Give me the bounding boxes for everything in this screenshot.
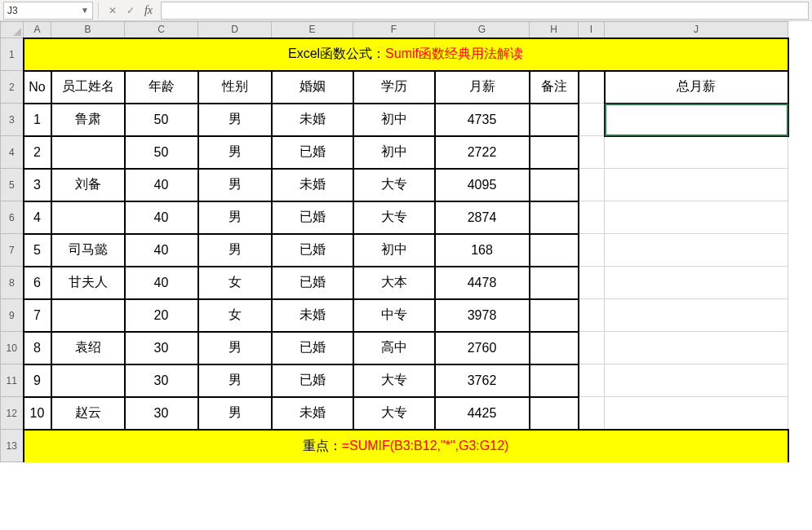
- cell-note-8[interactable]: [530, 267, 579, 299]
- col-header-J[interactable]: J: [605, 22, 788, 38]
- col-header-I[interactable]: I: [579, 22, 605, 38]
- row-header-13[interactable]: 13: [1, 430, 24, 462]
- formula-input[interactable]: [161, 2, 809, 20]
- cell-salary-7[interactable]: 168: [435, 234, 530, 267]
- cell-J8[interactable]: [605, 267, 788, 299]
- cell-age-7[interactable]: 40: [125, 234, 198, 267]
- hdr-age[interactable]: 年龄: [125, 71, 198, 104]
- name-box[interactable]: J3 ▼: [3, 2, 93, 20]
- cell-name-6[interactable]: [51, 201, 125, 234]
- hdr-no[interactable]: No: [24, 71, 51, 104]
- hdr-total[interactable]: 总月薪: [605, 71, 788, 104]
- cell-no-7[interactable]: 5: [24, 234, 51, 267]
- col-header-A[interactable]: A: [24, 22, 51, 38]
- cell-gender-7[interactable]: 男: [198, 234, 272, 267]
- row-header-6[interactable]: 6: [1, 201, 24, 234]
- cell-note-7[interactable]: [530, 234, 579, 267]
- cell-gender-10[interactable]: 男: [198, 332, 272, 364]
- cell-gender-12[interactable]: 男: [198, 397, 272, 430]
- col-header-D[interactable]: D: [198, 22, 272, 38]
- cell-no-4[interactable]: 2: [24, 136, 51, 169]
- cell-I12[interactable]: [579, 397, 605, 430]
- hdr-marital[interactable]: 婚姻: [272, 71, 353, 104]
- col-header-B[interactable]: B: [51, 22, 125, 38]
- col-header-G[interactable]: G: [435, 22, 530, 38]
- cell-gender-5[interactable]: 男: [198, 169, 272, 201]
- cell-salary-4[interactable]: 2722: [435, 136, 530, 169]
- cell-salary-5[interactable]: 4095: [435, 169, 530, 201]
- cell-note-3[interactable]: [530, 104, 579, 136]
- cell-edu-6[interactable]: 大专: [353, 201, 435, 234]
- cell-gender-6[interactable]: 男: [198, 201, 272, 234]
- hdr-gender[interactable]: 性别: [198, 71, 272, 104]
- cell-note-12[interactable]: [530, 397, 579, 430]
- cell-note-6[interactable]: [530, 201, 579, 234]
- cell-marital-8[interactable]: 已婚: [272, 267, 353, 299]
- cell-salary-6[interactable]: 2874: [435, 201, 530, 234]
- cell-I3[interactable]: [579, 104, 605, 136]
- cell-marital-11[interactable]: 已婚: [272, 364, 353, 397]
- footer-cell[interactable]: 重点：=SUMIF(B3:B12,"*",G3:G12): [24, 430, 788, 462]
- cell-name-3[interactable]: 鲁肃: [51, 104, 125, 136]
- cell-gender-11[interactable]: 男: [198, 364, 272, 397]
- cell-gender-9[interactable]: 女: [198, 299, 272, 332]
- cell-edu-11[interactable]: 大专: [353, 364, 435, 397]
- cell-J5[interactable]: [605, 169, 788, 201]
- cell-marital-10[interactable]: 已婚: [272, 332, 353, 364]
- select-all-corner[interactable]: [1, 22, 24, 38]
- cell-age-4[interactable]: 50: [125, 136, 198, 169]
- cell-name-7[interactable]: 司马懿: [51, 234, 125, 267]
- row-header-1[interactable]: 1: [1, 38, 24, 71]
- col-header-E[interactable]: E: [272, 22, 353, 38]
- cell-edu-9[interactable]: 中专: [353, 299, 435, 332]
- cell-edu-5[interactable]: 大专: [353, 169, 435, 201]
- cell-I9[interactable]: [579, 299, 605, 332]
- cell-edu-8[interactable]: 大本: [353, 267, 435, 299]
- cell-edu-10[interactable]: 高中: [353, 332, 435, 364]
- cell-note-11[interactable]: [530, 364, 579, 397]
- cell-note-5[interactable]: [530, 169, 579, 201]
- cell-name-4[interactable]: [51, 136, 125, 169]
- cell-age-6[interactable]: 40: [125, 201, 198, 234]
- cell-edu-3[interactable]: 初中: [353, 104, 435, 136]
- cell-I10[interactable]: [579, 332, 605, 364]
- cell-marital-12[interactable]: 未婚: [272, 397, 353, 430]
- cell-age-11[interactable]: 30: [125, 364, 198, 397]
- cell-gender-3[interactable]: 男: [198, 104, 272, 136]
- cell-edu-4[interactable]: 初中: [353, 136, 435, 169]
- insert-function-button[interactable]: fx: [140, 2, 158, 20]
- hdr-edu[interactable]: 学历: [353, 71, 435, 104]
- cell-salary-10[interactable]: 2760: [435, 332, 530, 364]
- cancel-formula-button[interactable]: ✕: [104, 2, 122, 20]
- cell-note-10[interactable]: [530, 332, 579, 364]
- col-header-C[interactable]: C: [125, 22, 198, 38]
- row-header-7[interactable]: 7: [1, 234, 24, 267]
- cell-J7[interactable]: [605, 234, 788, 267]
- row-header-2[interactable]: 2: [1, 71, 24, 104]
- cell-marital-6[interactable]: 已婚: [272, 201, 353, 234]
- cell-gender-4[interactable]: 男: [198, 136, 272, 169]
- cell-no-9[interactable]: 7: [24, 299, 51, 332]
- hdr-note[interactable]: 备注: [530, 71, 579, 104]
- row-header-4[interactable]: 4: [1, 136, 24, 169]
- cell-name-8[interactable]: 甘夫人: [51, 267, 125, 299]
- cell-note-9[interactable]: [530, 299, 579, 332]
- row-header-10[interactable]: 10: [1, 332, 24, 364]
- row-header-5[interactable]: 5: [1, 169, 24, 201]
- cell-salary-8[interactable]: 4478: [435, 267, 530, 299]
- cell-I2[interactable]: [579, 71, 605, 104]
- cell-marital-7[interactable]: 已婚: [272, 234, 353, 267]
- cell-salary-3[interactable]: 4735: [435, 104, 530, 136]
- cell-name-9[interactable]: [51, 299, 125, 332]
- cell-age-8[interactable]: 40: [125, 267, 198, 299]
- row-header-8[interactable]: 8: [1, 267, 24, 299]
- cell-age-10[interactable]: 30: [125, 332, 198, 364]
- cell-I11[interactable]: [579, 364, 605, 397]
- cell-name-5[interactable]: 刘备: [51, 169, 125, 201]
- cell-name-12[interactable]: 赵云: [51, 397, 125, 430]
- cell-no-3[interactable]: 1: [24, 104, 51, 136]
- cell-salary-9[interactable]: 3978: [435, 299, 530, 332]
- cell-no-11[interactable]: 9: [24, 364, 51, 397]
- cell-J9[interactable]: [605, 299, 788, 332]
- col-header-H[interactable]: H: [530, 22, 579, 38]
